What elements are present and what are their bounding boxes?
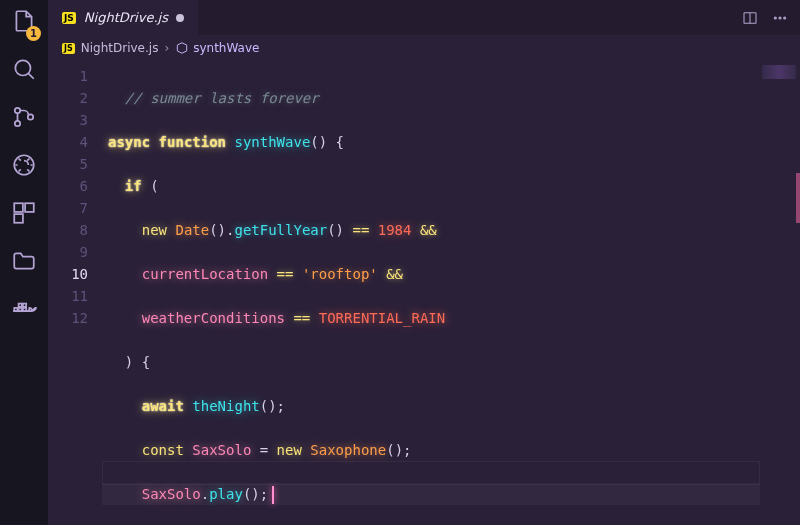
chevron-right-icon: › xyxy=(164,41,169,55)
svg-rect-12 xyxy=(23,304,26,307)
extensions-icon[interactable] xyxy=(11,200,37,226)
breadcrumb-file[interactable]: NightDrive.js xyxy=(81,41,159,55)
overview-ruler-marker xyxy=(796,173,800,223)
js-file-icon: JS xyxy=(62,43,75,54)
editor-tabs: JS NightDrive.js xyxy=(48,0,800,35)
minimap[interactable] xyxy=(760,61,800,525)
svg-rect-5 xyxy=(14,203,23,212)
code-editor[interactable]: 1 2 3 4 5 6 7 8 9 10 11 12 // summer las… xyxy=(48,61,800,525)
svg-point-2 xyxy=(15,121,20,126)
source-control-icon[interactable] xyxy=(11,104,37,130)
svg-rect-11 xyxy=(19,304,22,307)
tab-nightdrive[interactable]: JS NightDrive.js xyxy=(48,0,198,35)
debug-icon[interactable] xyxy=(11,152,37,178)
line-number-gutter: 1 2 3 4 5 6 7 8 9 10 11 12 xyxy=(48,61,102,525)
svg-point-1 xyxy=(15,108,20,113)
code-area[interactable]: // summer lasts forever async function s… xyxy=(102,61,760,525)
js-file-icon: JS xyxy=(62,12,76,24)
svg-point-16 xyxy=(779,17,781,19)
folder-icon[interactable] xyxy=(11,248,37,274)
split-editor-icon[interactable] xyxy=(742,10,758,26)
svg-rect-6 xyxy=(25,203,34,212)
breadcrumb[interactable]: JS NightDrive.js › synthWave xyxy=(48,35,800,61)
more-actions-icon[interactable] xyxy=(772,10,788,26)
svg-point-15 xyxy=(774,17,776,19)
activity-bar: 1 xyxy=(0,0,48,525)
docker-icon[interactable] xyxy=(11,296,37,322)
breadcrumb-symbol[interactable]: synthWave xyxy=(175,41,259,55)
dirty-indicator-icon xyxy=(176,14,184,22)
svg-point-17 xyxy=(784,17,786,19)
svg-point-0 xyxy=(15,60,30,75)
search-icon[interactable] xyxy=(11,56,37,82)
svg-point-3 xyxy=(28,114,33,119)
minimap-content xyxy=(762,65,796,79)
svg-rect-7 xyxy=(14,214,23,223)
explorer-badge: 1 xyxy=(26,26,41,41)
text-cursor xyxy=(272,486,274,504)
tab-title: NightDrive.js xyxy=(84,10,168,25)
